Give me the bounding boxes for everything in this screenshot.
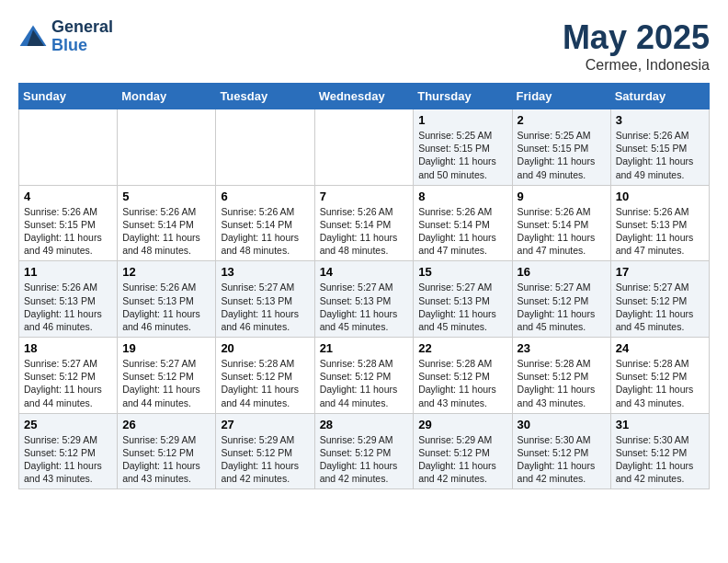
- week-row-3: 11Sunrise: 5:26 AM Sunset: 5:13 PM Dayli…: [19, 261, 710, 338]
- day-number: 5: [122, 190, 210, 203]
- week-row-4: 18Sunrise: 5:27 AM Sunset: 5:12 PM Dayli…: [19, 338, 710, 414]
- day-cell: 13Sunrise: 5:27 AM Sunset: 5:13 PM Dayli…: [216, 261, 314, 338]
- location-subtitle: Cermee, Indonesia: [563, 57, 710, 74]
- day-info: Sunrise: 5:29 AM Sunset: 5:12 PM Dayligh…: [24, 433, 112, 486]
- day-cell: 1Sunrise: 5:25 AM Sunset: 5:15 PM Daylig…: [414, 109, 512, 186]
- day-cell: 28Sunrise: 5:29 AM Sunset: 5:12 PM Dayli…: [314, 413, 414, 489]
- day-info: Sunrise: 5:29 AM Sunset: 5:12 PM Dayligh…: [320, 433, 409, 486]
- day-info: Sunrise: 5:25 AM Sunset: 5:15 PM Dayligh…: [518, 129, 606, 181]
- day-info: Sunrise: 5:26 AM Sunset: 5:13 PM Dayligh…: [122, 281, 210, 333]
- day-cell: 15Sunrise: 5:27 AM Sunset: 5:13 PM Dayli…: [414, 261, 512, 338]
- day-info: Sunrise: 5:26 AM Sunset: 5:14 PM Dayligh…: [518, 205, 606, 258]
- day-info: Sunrise: 5:26 AM Sunset: 5:14 PM Dayligh…: [320, 205, 409, 258]
- day-cell: 10Sunrise: 5:26 AM Sunset: 5:13 PM Dayli…: [610, 185, 709, 261]
- week-row-2: 4Sunrise: 5:26 AM Sunset: 5:15 PM Daylig…: [19, 185, 710, 261]
- day-info: Sunrise: 5:25 AM Sunset: 5:15 PM Dayligh…: [418, 129, 506, 181]
- day-cell: 20Sunrise: 5:28 AM Sunset: 5:12 PM Dayli…: [216, 338, 314, 414]
- header-saturday: Saturday: [610, 84, 709, 109]
- header-row: SundayMondayTuesdayWednesdayThursdayFrid…: [19, 84, 710, 109]
- calendar-header: SundayMondayTuesdayWednesdayThursdayFrid…: [19, 84, 710, 109]
- day-cell: 17Sunrise: 5:27 AM Sunset: 5:12 PM Dayli…: [610, 261, 709, 338]
- day-number: 2: [518, 113, 606, 127]
- day-number: 13: [221, 265, 309, 279]
- week-row-5: 25Sunrise: 5:29 AM Sunset: 5:12 PM Dayli…: [19, 413, 710, 489]
- day-info: Sunrise: 5:27 AM Sunset: 5:12 PM Dayligh…: [616, 281, 704, 333]
- day-cell: 11Sunrise: 5:26 AM Sunset: 5:13 PM Dayli…: [19, 261, 118, 338]
- day-cell: 6Sunrise: 5:26 AM Sunset: 5:14 PM Daylig…: [216, 185, 314, 261]
- day-cell: 18Sunrise: 5:27 AM Sunset: 5:12 PM Dayli…: [19, 338, 118, 414]
- title-block: May 2025 Cermee, Indonesia: [563, 18, 710, 74]
- day-number: 11: [24, 265, 112, 279]
- day-number: 18: [24, 341, 112, 355]
- day-cell: 9Sunrise: 5:26 AM Sunset: 5:14 PM Daylig…: [512, 185, 610, 261]
- day-number: 29: [418, 418, 506, 431]
- day-cell: [19, 109, 118, 186]
- day-info: Sunrise: 5:30 AM Sunset: 5:12 PM Dayligh…: [518, 433, 606, 486]
- day-cell: [216, 109, 314, 186]
- day-cell: 23Sunrise: 5:28 AM Sunset: 5:12 PM Dayli…: [512, 338, 610, 414]
- day-info: Sunrise: 5:27 AM Sunset: 5:13 PM Dayligh…: [418, 281, 506, 333]
- header-thursday: Thursday: [414, 84, 512, 109]
- day-number: 3: [616, 113, 704, 127]
- day-cell: 19Sunrise: 5:27 AM Sunset: 5:12 PM Dayli…: [118, 338, 216, 414]
- calendar-table: SundayMondayTuesdayWednesdayThursdayFrid…: [18, 83, 710, 489]
- day-cell: 16Sunrise: 5:27 AM Sunset: 5:12 PM Dayli…: [512, 261, 610, 338]
- day-cell: 29Sunrise: 5:29 AM Sunset: 5:12 PM Dayli…: [414, 413, 512, 489]
- day-number: 26: [122, 418, 210, 431]
- header-sunday: Sunday: [19, 84, 118, 109]
- day-info: Sunrise: 5:27 AM Sunset: 5:13 PM Dayligh…: [221, 281, 309, 333]
- page-header: General Blue May 2025 Cermee, Indonesia: [18, 18, 710, 74]
- day-cell: 3Sunrise: 5:26 AM Sunset: 5:15 PM Daylig…: [610, 109, 709, 186]
- day-number: 21: [320, 341, 409, 355]
- day-number: 6: [221, 190, 309, 203]
- logo-blue: Blue: [51, 36, 87, 54]
- day-cell: 5Sunrise: 5:26 AM Sunset: 5:14 PM Daylig…: [118, 185, 216, 261]
- day-info: Sunrise: 5:29 AM Sunset: 5:12 PM Dayligh…: [122, 433, 210, 486]
- header-tuesday: Tuesday: [216, 84, 314, 109]
- day-info: Sunrise: 5:29 AM Sunset: 5:12 PM Dayligh…: [221, 433, 309, 486]
- day-info: Sunrise: 5:30 AM Sunset: 5:12 PM Dayligh…: [616, 433, 704, 486]
- day-number: 24: [616, 341, 704, 355]
- day-number: 8: [418, 190, 506, 203]
- day-cell: 24Sunrise: 5:28 AM Sunset: 5:12 PM Dayli…: [610, 338, 709, 414]
- day-info: Sunrise: 5:28 AM Sunset: 5:12 PM Dayligh…: [221, 357, 309, 409]
- logo-text: General Blue: [51, 18, 113, 55]
- day-number: 19: [122, 341, 210, 355]
- day-number: 1: [418, 113, 506, 127]
- logo: General Blue: [18, 18, 113, 55]
- day-number: 7: [320, 190, 409, 203]
- day-number: 12: [122, 265, 210, 279]
- day-info: Sunrise: 5:26 AM Sunset: 5:13 PM Dayligh…: [24, 281, 112, 333]
- day-info: Sunrise: 5:28 AM Sunset: 5:12 PM Dayligh…: [320, 357, 409, 409]
- day-info: Sunrise: 5:26 AM Sunset: 5:15 PM Dayligh…: [616, 129, 704, 181]
- day-number: 20: [221, 341, 309, 355]
- day-number: 14: [320, 265, 409, 279]
- day-number: 10: [616, 190, 704, 203]
- day-info: Sunrise: 5:26 AM Sunset: 5:13 PM Dayligh…: [616, 205, 704, 258]
- day-info: Sunrise: 5:28 AM Sunset: 5:12 PM Dayligh…: [418, 357, 506, 409]
- day-info: Sunrise: 5:27 AM Sunset: 5:13 PM Dayligh…: [320, 281, 409, 333]
- logo-icon: [18, 24, 48, 50]
- day-info: Sunrise: 5:27 AM Sunset: 5:12 PM Dayligh…: [24, 357, 112, 409]
- day-cell: [314, 109, 414, 186]
- day-cell: 26Sunrise: 5:29 AM Sunset: 5:12 PM Dayli…: [118, 413, 216, 489]
- day-cell: 12Sunrise: 5:26 AM Sunset: 5:13 PM Dayli…: [118, 261, 216, 338]
- day-info: Sunrise: 5:28 AM Sunset: 5:12 PM Dayligh…: [518, 357, 606, 409]
- day-number: 4: [24, 190, 112, 203]
- day-info: Sunrise: 5:26 AM Sunset: 5:15 PM Dayligh…: [24, 205, 112, 258]
- day-cell: 22Sunrise: 5:28 AM Sunset: 5:12 PM Dayli…: [414, 338, 512, 414]
- header-wednesday: Wednesday: [314, 84, 414, 109]
- day-info: Sunrise: 5:26 AM Sunset: 5:14 PM Dayligh…: [221, 205, 309, 258]
- day-info: Sunrise: 5:26 AM Sunset: 5:14 PM Dayligh…: [418, 205, 506, 258]
- day-info: Sunrise: 5:28 AM Sunset: 5:12 PM Dayligh…: [616, 357, 704, 409]
- day-info: Sunrise: 5:26 AM Sunset: 5:14 PM Dayligh…: [122, 205, 210, 258]
- day-cell: 8Sunrise: 5:26 AM Sunset: 5:14 PM Daylig…: [414, 185, 512, 261]
- logo-general: General: [51, 17, 113, 36]
- day-cell: [118, 109, 216, 186]
- month-title: May 2025: [563, 18, 710, 57]
- day-cell: 31Sunrise: 5:30 AM Sunset: 5:12 PM Dayli…: [610, 413, 709, 489]
- day-number: 31: [616, 418, 704, 431]
- day-cell: 27Sunrise: 5:29 AM Sunset: 5:12 PM Dayli…: [216, 413, 314, 489]
- day-cell: 21Sunrise: 5:28 AM Sunset: 5:12 PM Dayli…: [314, 338, 414, 414]
- day-info: Sunrise: 5:29 AM Sunset: 5:12 PM Dayligh…: [418, 433, 506, 486]
